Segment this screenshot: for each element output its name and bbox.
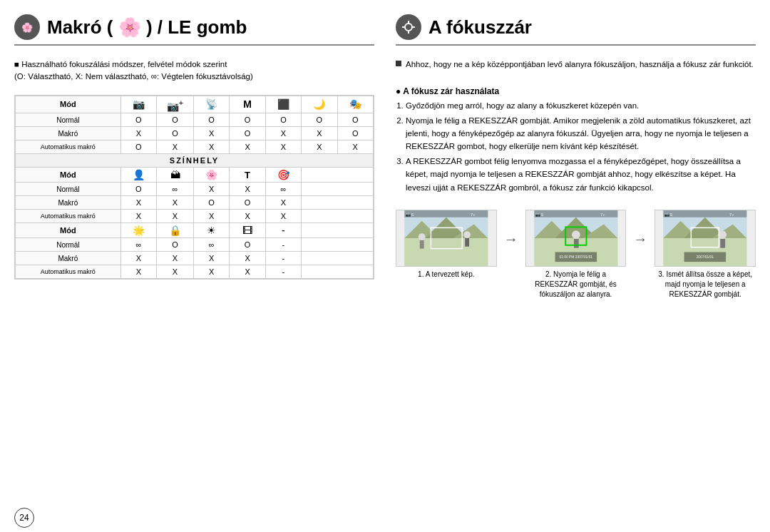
- svg-point-14: [419, 233, 426, 240]
- image-caption-1: 1. A tervezett kép.: [418, 270, 475, 280]
- svg-rect-29: [574, 239, 579, 248]
- left-panel: 🌸 Makró ( 🌸 ) / LE gomb ■ Használható fo…: [14, 14, 374, 496]
- focus-table: Mód 📷 📷+ 📡 M ⬛ 🌙 🎭 Normál OOOOOOO: [14, 95, 374, 280]
- image-caption-3: 3. Ismét állítsa össze a képet, majd nyo…: [654, 270, 756, 300]
- left-title-icon: 🌸: [14, 14, 40, 40]
- right-intro: Ahhoz, hogy ne a kép középpontjában levő…: [396, 58, 756, 71]
- left-section-title: Makró ( 🌸 ) / LE gomb: [47, 16, 247, 39]
- svg-rect-45: [664, 210, 747, 218]
- page-number: 24: [14, 508, 34, 528]
- arrow-1: →: [504, 210, 518, 247]
- right-panel: A fókuszzár Ahhoz, hogy ne a kép középpo…: [396, 14, 756, 496]
- svg-text:2007/01/01: 2007/01/01: [697, 255, 714, 259]
- camera-image-3: 📷S 7+ 2007/01/01: [654, 210, 756, 267]
- svg-rect-43: [721, 239, 726, 248]
- bullet-icon: [396, 61, 401, 66]
- image-block-3: 📷S 7+ 2007/01/01 3. Ismét állítsa össze …: [654, 210, 756, 300]
- camera-image-1: 📷S 7+: [396, 210, 497, 267]
- right-section-title: A fókuszzár: [428, 16, 532, 39]
- image-block-1: 📷S 7+ 1. A tervezett kép.: [396, 210, 497, 280]
- right-title-bar: A fókuszzár: [396, 14, 756, 46]
- step-2: Nyomja le félig a REKESZZÁR gombját. Ami…: [406, 114, 756, 153]
- step-1: Győződjön meg arról, hogy az alany a fók…: [406, 99, 756, 112]
- svg-text:📷S: 📷S: [665, 212, 673, 218]
- focus-lock-label: ● A fókusz zár használata: [396, 86, 756, 96]
- svg-rect-19: [404, 210, 488, 218]
- step-3: A REKESZZÁR gombot félig lenyomva mozgas…: [406, 155, 756, 194]
- svg-rect-13: [404, 238, 488, 266]
- left-title-bar: 🌸 Makró ( 🌸 ) / LE gomb: [14, 14, 374, 46]
- svg-text:01:00 PM 2007/01/01: 01:00 PM 2007/01/01: [559, 255, 592, 259]
- svg-rect-15: [420, 240, 424, 249]
- svg-text:📷S: 📷S: [535, 212, 543, 218]
- right-title-icon: [396, 14, 421, 40]
- camera-image-2: 📷S 7+ 01:00 PM 2007/01/01: [525, 210, 627, 267]
- svg-point-42: [719, 230, 727, 239]
- steps-list: Győződjön meg arról, hogy az alany a fók…: [406, 99, 756, 194]
- image-caption-2: 2. Nyomja le félig a REKESZZÁR gombját, …: [525, 270, 627, 300]
- page-footer: 24: [0, 503, 770, 532]
- svg-text:7+: 7+: [471, 213, 476, 217]
- images-row: 📷S 7+ 1. A tervezett kép. →: [396, 210, 756, 300]
- image-block-2: 📷S 7+ 01:00 PM 2007/01/01 2. Nyomja le f…: [525, 210, 627, 300]
- arrow-2: →: [633, 210, 647, 247]
- svg-text:7+: 7+: [600, 213, 605, 217]
- svg-point-16: [463, 231, 471, 238]
- svg-text:7+: 7+: [729, 213, 734, 217]
- svg-rect-31: [534, 210, 617, 218]
- intro-text: ■ Használható fokuszálási módszer, felvé…: [14, 58, 374, 83]
- focus-lock-section: ● A fókusz zár használata Győződjön meg …: [396, 86, 756, 195]
- svg-text:🌸: 🌸: [21, 21, 34, 34]
- svg-point-28: [572, 230, 580, 239]
- svg-rect-17: [465, 238, 469, 247]
- svg-text:📷S: 📷S: [406, 212, 414, 218]
